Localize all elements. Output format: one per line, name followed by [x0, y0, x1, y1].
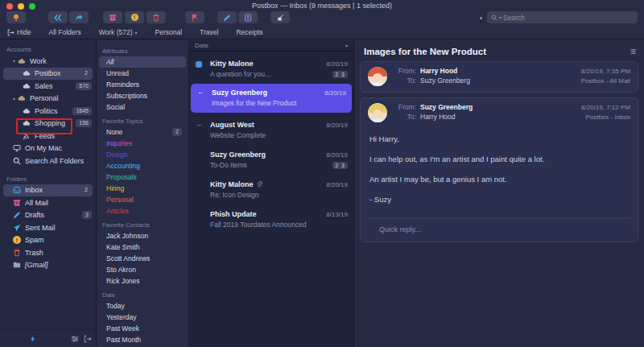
- message-row-kitty-malone-2[interactable]: Kitty Malone 8/20/19 Re: Icon Design: [189, 177, 353, 202]
- tab-travel[interactable]: Travel: [200, 28, 218, 36]
- sidebar-item-shopping[interactable]: Shopping 156: [0, 118, 96, 130]
- topic-hiring[interactable]: Hiring: [97, 183, 188, 194]
- postbox-window: Postbox — Inbox (9 messages | 1 selected…: [0, 0, 644, 347]
- account-settings-button[interactable]: [71, 332, 79, 346]
- spam-button[interactable]: !: [125, 11, 144, 23]
- sidebar-item-work[interactable]: ▾ Work: [0, 55, 96, 68]
- sidebar-item-spam[interactable]: ! Spam: [0, 234, 96, 247]
- forward-button[interactable]: [69, 11, 89, 23]
- sidebar-item-sales[interactable]: Sales 570: [0, 80, 96, 93]
- cloud-icon: [23, 69, 31, 77]
- archive-button[interactable]: [103, 11, 122, 23]
- message-menu-icon[interactable]: ≡: [630, 47, 636, 56]
- spam-icon: !: [131, 14, 138, 21]
- contacts-button[interactable]: [238, 11, 258, 23]
- sweep-button[interactable]: [270, 11, 290, 23]
- tab-all-folders[interactable]: All Folders: [48, 28, 80, 36]
- flag-icon: [191, 14, 199, 22]
- date-today[interactable]: Today: [97, 300, 188, 312]
- replied-icon: ←: [196, 120, 203, 128]
- sidebar-item-drafts[interactable]: Drafts 3: [0, 209, 96, 222]
- topic-design[interactable]: Design: [97, 149, 188, 160]
- sidebar-item-inbox[interactable]: Inbox 2: [3, 184, 93, 197]
- sidebar-item-politics[interactable]: Politics 1845: [0, 105, 96, 118]
- archive-icon: [109, 14, 117, 22]
- expander-icon[interactable]: ▾: [13, 96, 15, 101]
- attribute-all[interactable]: All: [99, 56, 186, 68]
- sidebar-item-all-mail[interactable]: All Mail: [0, 196, 96, 209]
- flag-button[interactable]: [185, 11, 204, 23]
- message-card-collapsed[interactable]: From:Harry Hood To:Suzy Greenberg 8/20/1…: [360, 61, 638, 93]
- topic-accounting[interactable]: Accounting: [97, 160, 188, 171]
- topic-proposals[interactable]: Proposals: [97, 171, 188, 183]
- search-scope-chevron-icon[interactable]: ▾: [499, 14, 502, 20]
- hide-label: Hide: [17, 28, 31, 36]
- expander-icon[interactable]: ▾: [13, 58, 15, 64]
- topic-none[interactable]: None2: [97, 126, 188, 138]
- window-title: Postbox — Inbox (9 messages | 1 selected…: [0, 2, 644, 10]
- inbox-icon: [13, 186, 21, 194]
- message-datetime: 8/20/19, 7:35 PM: [581, 67, 630, 76]
- sidebar-item-on-my-mac[interactable]: On My Mac: [0, 143, 96, 155]
- cloud-icon: [18, 94, 26, 102]
- sidebar-item-sent-mail[interactable]: Sent Mail: [0, 221, 96, 234]
- body-line: An artist I may be, but a genius I am no…: [369, 175, 629, 184]
- topic-personal[interactable]: Personal: [97, 194, 188, 205]
- message-header[interactable]: From:Harry Hood To:Suzy Greenberg 8/20/1…: [368, 67, 630, 87]
- sidebar-item-gmail[interactable]: [Gmail]: [0, 259, 96, 272]
- to-name: Harry Hood: [420, 113, 455, 121]
- sliders-icon: [71, 335, 79, 343]
- hide-panel-icon: [7, 29, 14, 36]
- message-body: Hi Harry, I can help out, as I'm an arti…: [368, 123, 630, 217]
- sidebar-footer: [0, 329, 96, 347]
- tab-personal[interactable]: Personal: [155, 28, 183, 36]
- attribute-social[interactable]: Social: [97, 101, 188, 113]
- search-field[interactable]: ▾: [487, 11, 638, 23]
- topic-inquiries[interactable]: Inquiries: [97, 138, 188, 149]
- spam-icon: !: [13, 236, 21, 244]
- contact-sto-akron[interactable]: Sto Akron: [97, 264, 188, 275]
- collapse-sidebar-button[interactable]: [84, 332, 92, 346]
- message-row-suzy-greenberg-selected[interactable]: ← Suzy Greenberg8/20/19 Images for the N…: [191, 84, 352, 113]
- message-row-suzy-greenberg-2[interactable]: Suzy Greenberg8/20/19 To-Do Items2 3: [189, 147, 353, 172]
- message-header[interactable]: From:Suzy Greenberg To:Harry Hood 8/20/1…: [368, 103, 630, 123]
- message-list-sort-header[interactable]: Date ▾: [189, 40, 353, 52]
- contact-scott-andrews[interactable]: Scott Andrews: [97, 253, 188, 264]
- sidebar-item-postbox[interactable]: Postbox 2: [3, 68, 93, 81]
- reading-pane: Images for the New Product ≡ From:Harry …: [354, 40, 644, 347]
- message-location: Postbox - All Mail: [581, 76, 630, 86]
- message-row-kitty-malone-1[interactable]: Kitty Malone8/20/19 A question for you..…: [189, 56, 353, 81]
- tab-work[interactable]: Work (572)▾: [99, 28, 138, 36]
- message-row-august-west[interactable]: ← August West8/20/19 Website Complete: [189, 118, 353, 143]
- compose-button[interactable]: [217, 11, 237, 23]
- attribute-unread[interactable]: Unread: [97, 68, 188, 79]
- sidebar-item-search-all-folders[interactable]: Search All Folders: [0, 155, 96, 167]
- date-past-week[interactable]: Past Week: [97, 323, 188, 334]
- reply-button[interactable]: [48, 11, 68, 23]
- date-yesterday[interactable]: Yesterday: [97, 312, 188, 323]
- trash-icon: [152, 14, 160, 22]
- sidebar-item-feeds[interactable]: Feeds: [0, 130, 96, 143]
- lightning-icon: [29, 335, 37, 343]
- message-row-phish-update[interactable]: Phish Update8/13/19 Fall 2019 Tourdates …: [189, 207, 353, 232]
- contact-kate-smith[interactable]: Kate Smith: [97, 242, 188, 253]
- delete-button[interactable]: [147, 11, 166, 23]
- notifications-button[interactable]: [6, 11, 26, 23]
- attribute-subscriptions[interactable]: Subscriptions: [97, 90, 188, 101]
- sidebar-item-trash[interactable]: Trash: [0, 246, 96, 259]
- topic-articles[interactable]: Articles: [97, 205, 188, 217]
- contact-rick-jones[interactable]: Rick Jones: [97, 275, 188, 287]
- search-input[interactable]: [503, 14, 616, 22]
- quick-reply-field[interactable]: Quick reply...: [368, 218, 630, 237]
- chevron-down-icon: ▾: [135, 30, 138, 35]
- quick-post-button[interactable]: [29, 332, 37, 346]
- date-past-month[interactable]: Past Month: [97, 334, 188, 345]
- to-name: Suzy Greenberg: [420, 76, 470, 85]
- contact-jack-johnson[interactable]: Jack Johnson: [97, 230, 188, 242]
- archive-icon: [13, 199, 21, 207]
- hide-favorites-button[interactable]: Hide: [7, 28, 31, 36]
- sidebar-item-personal[interactable]: ▾ Personal: [0, 93, 96, 105]
- attribute-reminders[interactable]: Reminders: [97, 79, 188, 90]
- avatar: [368, 67, 387, 86]
- tab-receipts[interactable]: Receipts: [236, 28, 262, 36]
